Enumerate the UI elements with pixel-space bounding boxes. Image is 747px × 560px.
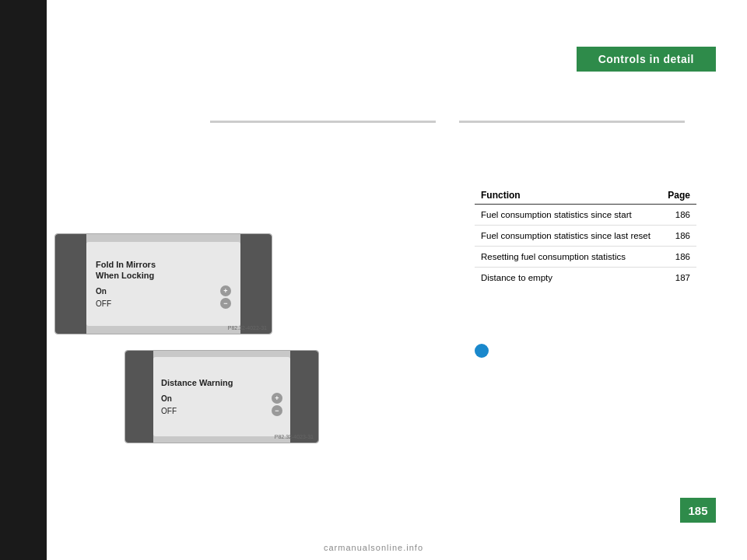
panel2-option-off: OFF − xyxy=(161,405,282,416)
page-number: 185 xyxy=(688,504,707,517)
table-header-function: Function xyxy=(475,187,661,205)
table-cell-page-1: 186 xyxy=(661,226,696,247)
panel2-title: Distance Warning xyxy=(161,377,282,388)
panel2-container: Distance Warning On + OFF − P82.32-4023-… xyxy=(124,350,319,443)
panel1-title: Fold In MirrorsWhen Locking xyxy=(96,259,231,282)
panel1-plus-btn[interactable]: + xyxy=(220,285,231,296)
spine-left xyxy=(0,0,47,560)
table-cell-function-0: Fuel consumption statistics since start xyxy=(475,205,661,226)
panel1-off-label: OFF xyxy=(96,299,111,308)
panel2-left-dark xyxy=(125,351,153,443)
header-bar: Controls in detail xyxy=(577,47,716,72)
table-row: Resetting fuel consumption statistics186 xyxy=(475,247,696,268)
table-cell-function-2: Resetting fuel consumption statistics xyxy=(475,247,661,268)
function-table: Function Page Fuel consumption statistic… xyxy=(475,187,696,288)
panel1-screen: Fold In MirrorsWhen Locking On + OFF − xyxy=(86,242,240,326)
panel1-option-on: On + xyxy=(96,285,231,296)
panel2-off-label: OFF xyxy=(161,407,177,415)
table-cell-function-1: Fuel consumption statistics since last r… xyxy=(475,226,661,247)
panel2-photo-label: P82.32-4023-31 xyxy=(275,434,314,439)
panel1-photo-label: P82.32-4022-31 xyxy=(228,325,267,331)
table-cell-function-3: Distance to empty xyxy=(475,268,661,289)
panel2-screen: Distance Warning On + OFF − xyxy=(153,357,290,436)
panel1-left-dark xyxy=(55,234,86,334)
panel1-on-label: On xyxy=(96,287,107,296)
panel2-option-on: On + xyxy=(161,393,282,404)
panel2-minus-btn[interactable]: − xyxy=(272,405,282,416)
divider-line-right xyxy=(459,121,685,123)
table-header-page: Page xyxy=(661,187,696,205)
page-badge: 185 xyxy=(680,498,716,523)
table-cell-page-0: 186 xyxy=(661,205,696,226)
panel2-plus-btn[interactable]: + xyxy=(272,393,282,404)
panel1-right-dark xyxy=(240,234,272,334)
header-title: Controls in detail xyxy=(598,53,694,65)
table-cell-page-3: 187 xyxy=(661,268,696,289)
table-row: Fuel consumption statistics since last r… xyxy=(475,226,696,247)
panel1-options: On + OFF − xyxy=(96,285,231,309)
panel2-right-dark xyxy=(290,351,318,443)
panel1-minus-btn[interactable]: − xyxy=(220,298,231,309)
panel2-on-label: On xyxy=(161,394,172,403)
table-row: Distance to empty187 xyxy=(475,268,696,289)
panel1-container: Fold In MirrorsWhen Locking On + OFF − P… xyxy=(54,233,272,334)
blue-dot xyxy=(475,344,489,358)
watermark: carmanualsonline.info xyxy=(0,543,747,552)
divider-line-left xyxy=(210,121,436,123)
panel2-options: On + OFF − xyxy=(161,393,282,416)
table-cell-page-2: 186 xyxy=(661,247,696,268)
panel1-option-off: OFF − xyxy=(96,298,231,309)
table-row: Fuel consumption statistics since start1… xyxy=(475,205,696,226)
